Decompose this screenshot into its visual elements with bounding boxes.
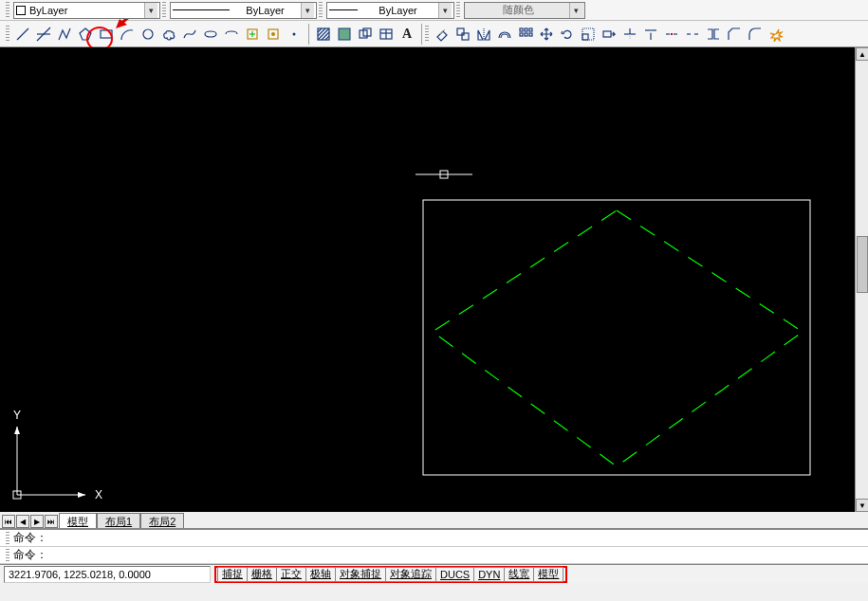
status-grid[interactable]: 栅格 xyxy=(247,567,277,582)
mirror-icon[interactable] xyxy=(474,25,493,44)
scroll-up-icon[interactable]: ▲ xyxy=(856,47,868,61)
command-input-line[interactable]: 命令： xyxy=(0,547,868,564)
scroll-down-icon[interactable]: ▼ xyxy=(856,499,868,512)
toolbar-grip[interactable] xyxy=(319,2,323,19)
grip-icon[interactable] xyxy=(6,549,9,562)
lineweight-combo-text: ByLayer xyxy=(358,5,438,16)
tab-model[interactable]: 模型 xyxy=(59,513,97,528)
status-osnap[interactable]: 对象捕捉 xyxy=(335,567,386,582)
linetype-combo[interactable]: ByLayer ▾ xyxy=(170,2,317,19)
scale-icon[interactable] xyxy=(579,25,598,44)
layer-color-swatch xyxy=(16,6,26,15)
toolbar-grip[interactable] xyxy=(425,26,429,43)
command-prompt-1: 命令： xyxy=(13,530,47,546)
svg-marker-24 xyxy=(485,30,489,40)
rotate-icon[interactable] xyxy=(558,25,577,44)
fillet-icon[interactable] xyxy=(746,25,765,44)
move-icon[interactable] xyxy=(537,25,556,44)
drawing-canvas[interactable]: X Y xyxy=(0,47,868,512)
chamfer-icon[interactable] xyxy=(725,25,744,44)
ucs-icon: X Y xyxy=(13,409,102,501)
tab-first-icon[interactable]: ⏮ xyxy=(2,515,15,528)
revcloud-icon[interactable] xyxy=(159,25,178,44)
ellipse-arc-icon[interactable] xyxy=(222,25,241,44)
gradient-icon[interactable] xyxy=(335,25,354,44)
point-icon[interactable] xyxy=(285,25,304,44)
svg-point-12 xyxy=(293,32,296,35)
tab-nav: ⏮ ◀ ▶ ⏭ xyxy=(2,515,59,528)
circle-icon[interactable] xyxy=(139,25,157,44)
svg-text:X: X xyxy=(95,488,102,501)
spline-icon[interactable] xyxy=(180,25,199,44)
status-lwt[interactable]: 线宽 xyxy=(504,567,534,582)
array-icon[interactable] xyxy=(516,25,535,44)
svg-rect-31 xyxy=(529,33,532,36)
grip-icon[interactable] xyxy=(6,532,9,545)
status-ortho[interactable]: 正交 xyxy=(276,567,306,582)
arc-icon[interactable] xyxy=(118,25,137,44)
status-snap[interactable]: 捕捉 xyxy=(217,567,248,582)
trim-icon[interactable] xyxy=(620,25,639,44)
layer-combo[interactable]: ByLayer ▾ xyxy=(13,2,160,19)
svg-rect-22 xyxy=(462,33,469,40)
tab-prev-icon[interactable]: ◀ xyxy=(16,515,29,528)
drawn-rectangle xyxy=(423,200,810,475)
polygon-icon[interactable] xyxy=(76,25,95,44)
plotstyle-combo-text: 随颜色 xyxy=(467,3,569,17)
stretch-icon[interactable] xyxy=(600,25,619,44)
toolbar-grip[interactable] xyxy=(162,2,166,19)
line-icon[interactable] xyxy=(13,25,32,44)
status-ducs[interactable]: DUCS xyxy=(435,567,474,582)
status-model[interactable]: 模型 xyxy=(533,567,563,582)
chevron-down-icon: ▾ xyxy=(438,3,452,18)
lineweight-combo[interactable]: ByLayer ▾ xyxy=(326,2,454,19)
svg-rect-32 xyxy=(582,34,588,40)
join-icon[interactable] xyxy=(704,25,723,44)
tab-next-icon[interactable]: ▶ xyxy=(30,515,44,528)
rectangle-icon[interactable] xyxy=(97,25,116,44)
tab-layout1[interactable]: 布局1 xyxy=(97,513,140,528)
hatch-icon[interactable] xyxy=(314,25,333,44)
svg-rect-43 xyxy=(671,33,673,35)
table-icon[interactable] xyxy=(377,25,396,44)
command-area: 命令： 命令： xyxy=(0,529,868,564)
region-icon[interactable] xyxy=(356,25,375,44)
svg-rect-26 xyxy=(520,28,523,31)
status-dyn[interactable]: DYN xyxy=(473,567,505,582)
vertical-scrollbar[interactable]: ▲ ▼ xyxy=(855,47,868,512)
plotstyle-combo[interactable]: 随颜色 ▾ xyxy=(464,2,585,19)
break-at-icon[interactable] xyxy=(662,25,681,44)
offset-icon[interactable] xyxy=(495,25,514,44)
svg-marker-23 xyxy=(478,30,483,40)
linetype-combo-text: ByLayer xyxy=(230,5,301,16)
explode-icon[interactable] xyxy=(766,25,785,44)
svg-marker-49 xyxy=(14,427,20,434)
chevron-down-icon: ▾ xyxy=(144,3,157,18)
layout-tabs: ⏮ ◀ ▶ ⏭ 模型 布局1 布局2 xyxy=(0,512,868,529)
scrollbar-thumb[interactable] xyxy=(857,236,868,293)
modify-toolbar xyxy=(431,22,787,46)
toolbar-grip[interactable] xyxy=(6,26,9,43)
tab-layout2[interactable]: 布局2 xyxy=(140,513,184,528)
status-otrack[interactable]: 对象追踪 xyxy=(385,567,436,582)
svg-text:Y: Y xyxy=(13,409,21,422)
mtext-icon[interactable]: A xyxy=(397,25,416,44)
ellipse-icon[interactable] xyxy=(201,25,220,44)
status-polar[interactable]: 极轴 xyxy=(305,567,336,582)
insert-block-icon[interactable] xyxy=(243,25,262,44)
svg-rect-27 xyxy=(525,28,527,31)
polyline-icon[interactable] xyxy=(55,25,74,44)
make-block-icon[interactable] xyxy=(264,25,283,44)
break-icon[interactable] xyxy=(683,25,702,44)
extend-icon[interactable] xyxy=(641,25,660,44)
tab-last-icon[interactable]: ⏭ xyxy=(45,515,58,528)
toolbar-grip[interactable] xyxy=(6,2,9,19)
erase-icon[interactable] xyxy=(433,25,452,44)
toolbar-grip[interactable] xyxy=(456,2,460,19)
lineweight-preview xyxy=(329,9,358,10)
copy-icon[interactable] xyxy=(453,25,472,44)
svg-rect-30 xyxy=(525,33,527,36)
main-toolbar-row: A xyxy=(0,21,868,47)
xline-icon[interactable] xyxy=(34,25,53,44)
command-prompt-2: 命令： xyxy=(13,547,47,563)
